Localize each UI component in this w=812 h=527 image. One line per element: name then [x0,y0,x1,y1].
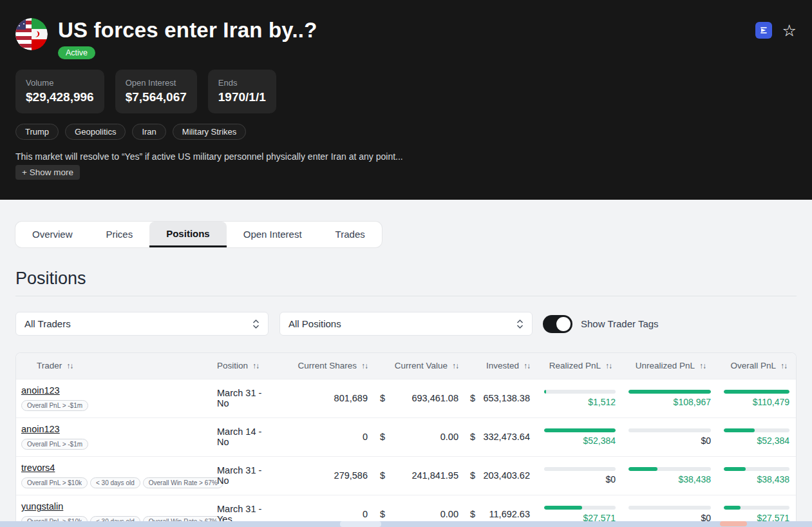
trader-tag-chip: < 30 days old [90,477,140,488]
sort-icon[interactable]: ↑↓ [66,361,73,370]
market-tag[interactable]: Military Strikes [173,124,247,140]
col-current-value: Current Value [395,361,448,370]
stat-card: Volume $29,428,996 [15,70,104,113]
current-value-cell: 0.00 [383,417,460,456]
col-invested: Invested [486,361,519,370]
col-current-shares: Current Shares [297,361,357,370]
stat-label: Volume [26,78,94,88]
currency-symbol: $ [369,379,383,417]
divider [15,296,797,296]
invested-cell: 203,403.62 [475,456,544,495]
tab[interactable]: Open Interest [227,222,319,247]
trader-link[interactable]: anoin123 [21,385,60,396]
sort-icon[interactable]: ↑↓ [605,361,612,370]
favorite-star-icon[interactable]: ☆ [782,23,797,39]
col-overall-pnl: Overall PnL [730,361,776,370]
sort-icon[interactable]: ↑↓ [780,361,787,370]
table-row: anoin123 Overall PnL > -$1m March 31 - N… [16,379,796,417]
market-avatar [15,18,48,50]
currency-symbol: $ [369,417,383,456]
positions-select-value: All Positions [288,318,341,329]
col-unrealized-pnl: Unrealized PnL [636,361,695,370]
tab[interactable]: Positions [149,222,227,247]
positions-table: Trader↑↓ Position↑↓ Current Shares↑↓ Cur… [15,352,797,527]
market-stats: Volume $29,428,996 Open Interest $7,564,… [15,70,797,113]
col-spacer [460,353,475,379]
market-tags: Trump Geopolitics Iran Military Strikes [15,124,797,140]
sort-icon[interactable]: ↑↓ [361,361,368,370]
pnl-bar [628,390,711,394]
col-spacer [369,353,383,379]
shares-cell: 0 [274,417,369,456]
overall-pnl-cell: $110,479 [724,390,796,407]
invested-cell: 332,473.64 [475,417,544,456]
currency-symbol: $ [460,456,475,495]
tab[interactable]: Overview [15,222,90,247]
pnl-bar [724,428,789,432]
realized-pnl-cell: $0 [544,467,628,484]
col-realized-pnl: Realized PnL [549,361,601,370]
table-header-row: Trader↑↓ Position↑↓ Current Shares↑↓ Cur… [16,353,796,379]
tab[interactable]: Trades [319,222,382,247]
trader-link[interactable]: yungstalin [21,501,63,512]
pnl-bar [544,390,616,394]
shares-cell: 801,689 [274,379,369,417]
unrealized-pnl-cell: $38,438 [628,467,724,484]
scrollbar-accent [720,521,747,526]
sort-icon[interactable]: ↑↓ [699,361,706,370]
tab-bar: Overview Prices Positions Open Interest … [15,222,382,247]
sort-icon[interactable]: ↑↓ [452,361,458,370]
trader-tags-toggle[interactable] [543,315,572,333]
stat-value: 1970/1/1 [218,90,266,104]
positions-select[interactable]: All Positions [279,312,533,336]
trader-tag-chip: Overall PnL > -$1m [21,400,88,411]
current-value-cell: 693,461.08 [383,379,460,417]
overall-pnl-cell: $38,438 [724,467,796,484]
scrollbar-thumb[interactable] [340,521,381,527]
show-more-button[interactable]: + Show more [15,165,80,180]
realized-pnl-cell: $27,571 [544,506,628,523]
realized-pnl-cell: $1,512 [544,390,628,407]
market-description: This market will resolve to “Yes” if act… [15,151,797,162]
trader-tag-chip: Overall PnL > $10k [21,477,88,488]
market-tag[interactable]: Geopolitics [65,124,126,140]
positions-heading: Positions [15,269,797,289]
invested-cell: 653,138.38 [475,379,544,417]
pnl-bar [628,428,711,432]
stat-card: Ends 1970/1/1 [208,70,276,113]
currency-symbol: $ [369,456,383,495]
sort-icon[interactable]: ↑↓ [524,361,530,370]
market-tag[interactable]: Trump [15,124,59,140]
pnl-bar [724,506,789,510]
col-position: Position [217,361,248,370]
trader-tags: Overall PnL > -$1m [21,439,198,450]
overall-pnl-cell: $52,384 [724,428,796,446]
col-trader: Trader [37,361,62,370]
horizontal-scrollbar[interactable] [0,521,812,527]
table-row: anoin123 Overall PnL > -$1m March 14 - N… [16,417,796,456]
traders-select[interactable]: All Traders [15,312,269,336]
stat-value: $29,428,996 [26,90,94,104]
pnl-bar [544,428,616,432]
stat-value: $7,564,067 [126,90,187,104]
overall-pnl-cell: $27,571 [724,506,796,523]
analytics-logo-icon[interactable] [755,22,772,39]
tab[interactable]: Prices [90,222,150,247]
sort-icon[interactable]: ↑↓ [252,361,259,370]
shares-cell: 279,586 [274,456,369,495]
market-header: US forces enter Iran by..? Active ☆ Volu… [0,0,812,200]
trader-link[interactable]: trevors4 [21,463,55,473]
pnl-bar [544,506,616,510]
currency-symbol: $ [460,379,475,417]
position-cell: March 31 - No [198,456,274,495]
market-tag[interactable]: Iran [132,124,165,140]
pnl-bar [724,390,789,394]
unrealized-pnl-cell: $0 [628,428,724,446]
traders-select-value: All Traders [24,318,71,329]
pnl-bar [544,467,616,471]
table-row: trevors4 Overall PnL > $10k< 30 days old… [16,456,796,495]
trader-link[interactable]: anoin123 [21,424,60,434]
currency-symbol: $ [460,417,475,456]
trader-tag-chip: Overall Win Rate > 67% [143,477,223,488]
toggle-knob [556,317,571,331]
